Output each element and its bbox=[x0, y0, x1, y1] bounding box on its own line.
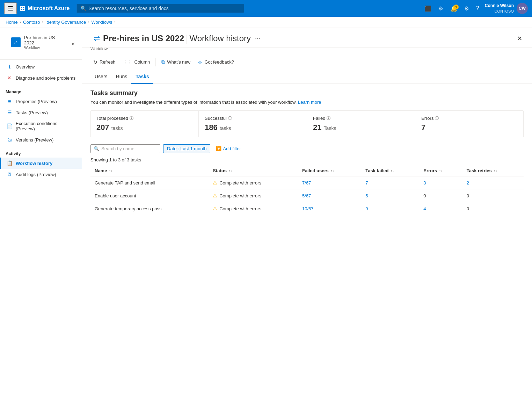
cell-errors-2: 4 bbox=[419, 202, 462, 215]
sidebar-workflow-type: Workflow bbox=[24, 45, 65, 50]
search-icon: 🔍 bbox=[80, 6, 86, 11]
cell-errors-1: 0 bbox=[419, 189, 462, 202]
top-navigation: ☰ ⊞ Microsoft Azure 🔍 ⬛ ⚙ 🔔 1 ⚙ ? Connie… bbox=[0, 0, 532, 17]
card-successful-label: Successful ⓘ bbox=[205, 116, 301, 121]
sidebar-collapse-button[interactable]: « bbox=[70, 39, 76, 48]
breadcrumb-workflows[interactable]: Workflows bbox=[92, 20, 112, 25]
hamburger-menu[interactable]: ☰ bbox=[4, 2, 17, 14]
sidebar-label-execution: Execution conditions (Preview) bbox=[16, 121, 76, 131]
cell-task-failed-0: 7 bbox=[361, 176, 419, 189]
sidebar-item-overview[interactable]: ℹ Overview bbox=[0, 61, 82, 72]
portal-settings-icon-button[interactable]: ⚙ bbox=[436, 3, 446, 14]
failed-users-link-2[interactable]: 10/67 bbox=[302, 206, 314, 211]
col-task-failed[interactable]: Task failed ↑↓ bbox=[361, 165, 419, 176]
card-total-info-icon[interactable]: ⓘ bbox=[130, 116, 133, 121]
date-filter-chip[interactable]: Date : Last 1 month bbox=[163, 144, 210, 153]
status-sort-icon: ↑↓ bbox=[229, 169, 232, 173]
workflow-sidebar-icon: ⇌ bbox=[11, 37, 21, 47]
errors-value-1: 0 bbox=[423, 193, 426, 198]
workflow-history-heading: Workflow history bbox=[189, 34, 251, 43]
avatar[interactable]: CW bbox=[517, 3, 528, 14]
sidebar-item-workflow-history[interactable]: 📋 Workflow history bbox=[0, 158, 82, 169]
tasks-summary-description: You can monitor and investigate the diff… bbox=[90, 100, 524, 105]
tab-tasks[interactable]: Tasks bbox=[131, 70, 153, 84]
search-input-wrap[interactable]: 🔍 bbox=[90, 144, 160, 153]
col-name[interactable]: Name ↑↓ bbox=[90, 165, 209, 176]
whats-new-button[interactable]: ⧉ What's new bbox=[159, 57, 193, 67]
retries-link-0[interactable]: 2 bbox=[467, 180, 469, 186]
search-input[interactable] bbox=[101, 146, 157, 151]
settings-button[interactable]: ⚙ bbox=[461, 3, 472, 14]
sidebar-item-tasks[interactable]: ☰ Tasks (Preview) bbox=[0, 107, 82, 118]
cell-failed-users-1: 5/67 bbox=[298, 189, 361, 202]
tab-bar: Users Runs Tasks bbox=[82, 70, 532, 84]
whats-new-icon: ⧉ bbox=[161, 59, 165, 65]
help-button[interactable]: ? bbox=[473, 3, 482, 14]
more-options-button[interactable]: ··· bbox=[252, 34, 263, 44]
card-errors-label: Errors ⓘ bbox=[421, 116, 518, 121]
global-search-input[interactable] bbox=[88, 6, 240, 11]
learn-more-link[interactable]: Learn more bbox=[298, 100, 321, 105]
errors-link-2[interactable]: 4 bbox=[423, 206, 426, 211]
card-total-label: Total processed ⓘ bbox=[96, 116, 193, 121]
cloud-shell-button[interactable]: ⬛ bbox=[422, 3, 434, 14]
user-section[interactable]: Connie Wilson CONTOSO CW bbox=[485, 3, 528, 14]
date-filter-label: Date : Last 1 month bbox=[167, 146, 206, 151]
sidebar-label-workflow-history: Workflow history bbox=[16, 161, 52, 166]
sidebar-label-tasks: Tasks (Preview) bbox=[16, 110, 48, 115]
task-failed-sort-icon: ↑↓ bbox=[391, 169, 394, 173]
warning-icon-0: ⚠ bbox=[213, 180, 217, 186]
notifications-button[interactable]: 🔔 1 bbox=[447, 3, 460, 14]
cell-failed-users-0: 7/67 bbox=[298, 176, 361, 189]
breadcrumb-contoso[interactable]: Contoso bbox=[23, 20, 40, 25]
cell-status-1: ⚠ Complete with errors bbox=[209, 189, 298, 202]
tab-runs[interactable]: Runs bbox=[112, 70, 132, 84]
close-button[interactable]: ✕ bbox=[516, 33, 524, 44]
tasks-icon: ☰ bbox=[7, 110, 12, 115]
task-failed-link-1[interactable]: 5 bbox=[365, 193, 368, 198]
card-errors: Errors ⓘ 7 bbox=[416, 111, 523, 137]
errors-link-0[interactable]: 3 bbox=[423, 180, 426, 186]
diagnose-icon: ✕ bbox=[7, 75, 12, 81]
table-body: Generate TAP and send email ⚠ Complete w… bbox=[90, 176, 524, 215]
sidebar-item-audit-logs[interactable]: 🖥 Audit logs (Preview) bbox=[0, 169, 82, 180]
page-header: ⇌ Pre-hires in US 2022 | Workflow histor… bbox=[82, 28, 532, 48]
col-errors[interactable]: Errors ↑↓ bbox=[419, 165, 462, 176]
brand-name: Microsoft Azure bbox=[28, 5, 70, 12]
refresh-button[interactable]: ↻ Refresh bbox=[90, 57, 118, 67]
failed-users-link-0[interactable]: 7/67 bbox=[302, 180, 311, 186]
main-content: ⇌ Pre-hires in US 2022 | Workflow histor… bbox=[82, 28, 532, 412]
task-failed-link-0[interactable]: 7 bbox=[365, 180, 368, 186]
add-filter-button[interactable]: 🔽 Add filter bbox=[213, 145, 243, 153]
card-errors-info-icon[interactable]: ⓘ bbox=[435, 116, 439, 121]
sidebar-item-versions[interactable]: 🗂 Versions (Preview) bbox=[0, 134, 82, 145]
col-failed-users[interactable]: Failed users ↑↓ bbox=[298, 165, 361, 176]
feedback-button[interactable]: ☺ Got feedback? bbox=[195, 57, 237, 67]
tab-users[interactable]: Users bbox=[90, 70, 112, 84]
refresh-label: Refresh bbox=[100, 59, 116, 65]
search-input-icon: 🔍 bbox=[94, 146, 99, 151]
user-org: CONTOSO bbox=[485, 9, 514, 14]
sidebar-item-properties[interactable]: ≡ Properties (Preview) bbox=[0, 96, 82, 107]
column-button[interactable]: ⋮⋮ Column bbox=[120, 57, 153, 67]
properties-icon: ≡ bbox=[7, 99, 12, 104]
card-failed-label: Failed ⓘ bbox=[313, 116, 409, 121]
retries-value-2: 0 bbox=[467, 206, 469, 211]
cell-status-2: ⚠ Complete with errors bbox=[209, 202, 298, 215]
table-row: Generate TAP and send email ⚠ Complete w… bbox=[90, 176, 524, 189]
card-failed-info-icon[interactable]: ⓘ bbox=[327, 116, 330, 121]
col-task-retries[interactable]: Task retries ↑↓ bbox=[462, 165, 524, 176]
table-header-row: Name ↑↓ Status ↑↓ Failed users ↑↓ Task f… bbox=[90, 165, 524, 176]
task-failed-link-2[interactable]: 9 bbox=[365, 206, 368, 211]
sidebar-item-diagnose[interactable]: ✕ Diagnose and solve problems bbox=[0, 72, 82, 83]
breadcrumb-home[interactable]: Home bbox=[6, 20, 18, 25]
card-successful-info-icon[interactable]: ⓘ bbox=[228, 116, 232, 121]
global-search-bar[interactable]: 🔍 bbox=[76, 4, 244, 13]
sidebar-item-execution[interactable]: 📄 Execution conditions (Preview) bbox=[0, 118, 82, 134]
failed-users-link-1[interactable]: 5/67 bbox=[302, 193, 311, 198]
cell-errors-0: 3 bbox=[419, 176, 462, 189]
col-status[interactable]: Status ↑↓ bbox=[209, 165, 298, 176]
info-icon: ℹ bbox=[7, 64, 12, 70]
cell-name-2: Generate temporary access pass bbox=[90, 202, 209, 215]
breadcrumb-identity-governance[interactable]: Identity Governance bbox=[45, 20, 86, 25]
